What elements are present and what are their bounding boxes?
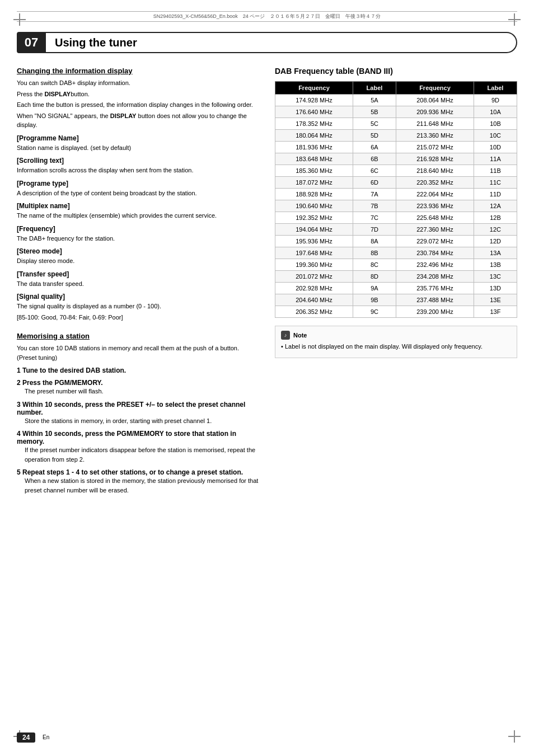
step-3: 3 Within 10 seconds, press the PRESET +/… [17,401,259,426]
table-cell: 229.072 MHz [396,236,474,247]
subsection-programme-name: [Programme Name] Station name is display… [17,134,259,153]
step-5-detail: When a new station is stored in the memo… [25,476,259,495]
sub-text-3: The name of the multiplex (ensemble) whi… [17,211,259,220]
table-row: 183.648 MHz6B216.928 MHz11A [275,153,517,165]
table-cell: 13E [474,294,517,306]
table-cell: 216.928 MHz [396,153,474,165]
subsection-signal-quality: [Signal quality] The signal quality is d… [17,293,259,322]
table-row: 187.072 MHz6D220.352 MHz11C [275,177,517,189]
section-changing-display: Changing the information display You can… [17,67,259,322]
table-cell: 13C [474,271,517,283]
sub-text-0: Station name is displayed. (set by defau… [17,143,259,153]
step-2-detail: The preset number will flash. [25,387,259,396]
corner-decoration-br [508,730,521,743]
table-row: 180.064 MHz5D213.360 MHz10C [275,130,517,142]
section1-description: Each time the button is pressed, the inf… [17,100,259,110]
table-cell: 239.200 MHz [396,306,474,318]
sub-heading-3: [Multiplex name] [17,202,259,210]
file-info-text: SN29402593_X-CM56&56D_En.book 24 ページ ２０１… [153,13,381,19]
step-3-number: 3 [17,401,22,408]
sub-text-2: A description of the type of content bei… [17,189,259,198]
table-cell: 225.648 MHz [396,212,474,224]
note-label: Note [293,332,307,339]
step-3-bold: Within 10 seconds, press the PRESET +/– … [17,401,245,416]
col-header-freq2: Frequency [396,82,474,95]
table-cell: 195.936 MHz [275,236,353,247]
content-columns: Changing the information display You can… [17,67,517,497]
table-cell: 183.648 MHz [275,153,353,165]
table-cell: 178.352 MHz [275,118,353,130]
sub-text-1: Information scrolls across the display w… [17,166,259,175]
subsection-frequency: [Frequency] The DAB+ frequency for the s… [17,225,259,243]
col-header-freq1: Frequency [275,82,353,95]
page: SN29402593_X-CM56&56D_En.book 24 ページ ２０１… [0,0,534,756]
table-cell: 11D [474,189,517,200]
subsection-stereo-mode: [Stereo mode] Display stereo mode. [17,247,259,266]
chapter-number: 07 [17,32,46,53]
table-cell: 6A [353,142,396,153]
table-cell: 194.064 MHz [275,224,353,236]
table-row: 201.072 MHz8D234.208 MHz13C [275,271,517,283]
sub-heading-0: [Programme Name] [17,134,259,142]
table-row: 195.936 MHz8A229.072 MHz12D [275,236,517,247]
step-3-detail: Store the stations in memory, in order, … [25,416,259,426]
no-signal-bold: DISPLAY [110,112,137,119]
table-cell: 181.936 MHz [275,142,353,153]
corner-decoration-tl [13,13,26,26]
table-row: 202.928 MHz9A235.776 MHz13D [275,283,517,294]
table-cell: 11A [474,153,517,165]
subsection-programme-type: [Programe type] A description of the typ… [17,180,259,198]
table-cell: 220.352 MHz [396,177,474,189]
table-cell: 188.928 MHz [275,189,353,200]
table-cell: 7D [353,224,396,236]
step-1: 1 Tune to the desired DAB station. [17,367,259,374]
step-1-bold: Tune to the desired DAB station. [22,367,126,374]
table-body: 174.928 MHz5A208.064 MHz9D176.640 MHz5B2… [275,95,517,318]
table-cell: 11B [474,165,517,177]
table-cell: 230.784 MHz [396,247,474,259]
frequency-table: Frequency Label Frequency Label 174.928 … [275,81,517,318]
table-cell: 7A [353,189,396,200]
table-cell: 12D [474,236,517,247]
step-5-bold: Repeat steps 1 - 4 to set other stations… [22,468,243,476]
table-cell: 213.360 MHz [396,130,474,142]
sub-text-7: The signal quality is displayed as a num… [17,302,259,311]
press-label: Press the [17,91,45,97]
table-cell: 204.640 MHz [275,294,353,306]
table-cell: 11C [474,177,517,189]
table-row: 204.640 MHz9B237.488 MHz13E [275,294,517,306]
step-5: 5 Repeat steps 1 - 4 to set other statio… [17,468,259,495]
section1-heading: Changing the information display [17,67,259,75]
chapter-title: Using the tuner [46,32,517,53]
table-row: 192.352 MHz7C225.648 MHz12B [275,212,517,224]
note-icon: ♪ [281,331,290,340]
file-metadata: SN29402593_X-CM56&56D_En.book 24 ページ ２０１… [17,11,517,22]
note-bullet-text: Label is not displayed on the main displ… [285,343,483,350]
table-cell: 235.776 MHz [396,283,474,294]
chapter-header: 07 Using the tuner [17,32,517,53]
sub-heading-5: [Stereo mode] [17,247,259,255]
right-column: DAB Frequency table (BAND III) Frequency… [275,67,517,497]
table-cell: 222.064 MHz [396,189,474,200]
note-box: ♪ Note • Label is not displayed on the m… [275,326,517,358]
table-cell: 209.936 MHz [396,106,474,118]
table-cell: 187.072 MHz [275,177,353,189]
table-cell: 9C [353,306,396,318]
table-row: 194.064 MHz7D227.360 MHz12C [275,224,517,236]
step-1-number: 1 [17,367,22,374]
table-cell: 232.496 MHz [396,259,474,271]
table-cell: 9B [353,294,396,306]
table-cell: 237.488 MHz [396,294,474,306]
sub-text-6: The data transfer speed. [17,279,259,289]
sub-subtext-7: [85-100: Good, 70-84: Fair, 0-69: Poor] [17,313,259,322]
subsection-transfer-speed: [Transfer speed] The data transfer speed… [17,270,259,289]
table-cell: 218.640 MHz [396,165,474,177]
sub-text-4: The DAB+ frequency for the station. [17,234,259,243]
table-row: 199.360 MHz8C232.496 MHz13B [275,259,517,271]
table-cell: 12B [474,212,517,224]
table-row: 206.352 MHz9C239.200 MHz13F [275,306,517,318]
table-row: 190.640 MHz7B223.936 MHz12A [275,200,517,212]
section1-press: Press the DISPLAYbutton. [17,90,259,99]
table-cell: 8A [353,236,396,247]
table-cell: 190.640 MHz [275,200,353,212]
